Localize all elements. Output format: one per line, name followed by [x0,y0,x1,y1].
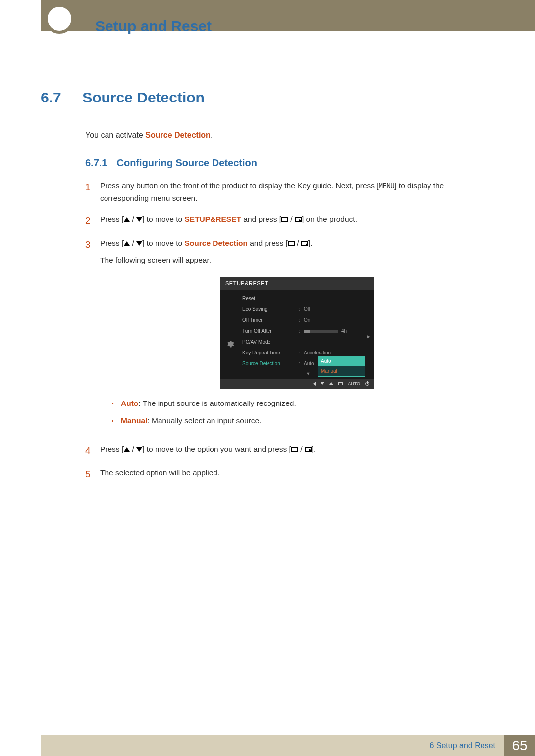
highlight-text: Source Detection [184,239,247,247]
step-note: The following screen will appear. [100,254,494,267]
osd-label: Key Repeat Time [242,349,297,357]
text: ]. [308,239,313,247]
enter-icon [338,382,343,385]
osd-popup: Auto Manual [318,356,365,377]
step-number: 5 [85,467,100,482]
step-body: Press [ / ] to move to Source Detection … [100,237,494,434]
osd-value: On [302,316,374,324]
source-icon [288,241,295,246]
section-title: Source Detection [82,89,205,105]
text: and press [ [241,215,281,223]
text: ] on the product. [302,215,357,223]
chapter-badge-icon [45,4,74,34]
page-number: 65 [504,735,535,756]
step-body: Press [ / ] to move to the option you wa… [100,443,494,458]
text: Press any button on the front of the pro… [100,181,379,190]
chevron-right-icon: ► [366,333,371,341]
page-footer: 6 Setup and Reset 65 [41,735,535,756]
osd-label: Source Detection [242,360,297,368]
up-arrow-icon [329,382,333,385]
enter-icon [301,241,308,246]
up-arrow-icon [124,241,130,246]
power-icon [365,382,369,386]
osd-screen: SETUP&RESET Reset Eco Saving:Off Off Tim… [220,277,374,389]
osd-row: Turn Off After:4h [242,326,374,337]
highlight-text: SETUP&RESET [184,215,241,223]
osd-title: SETUP&RESET [220,277,374,291]
step-number: 2 [85,213,100,228]
steps-list: 1 Press any button on the front of the p… [85,180,494,482]
section-heading: 6.7 Source Detection [41,89,494,106]
up-arrow-icon [124,217,130,222]
bullet-item: Manual: Manually select an input source. [112,415,494,427]
down-arrow-icon [321,382,324,385]
subsection-number: 6.7.1 [85,157,114,169]
osd-value: 4h [302,327,374,335]
footer-chapter: 6 Setup and Reset [41,735,504,756]
left-arrow-icon [313,382,316,386]
step-item: 4 Press [ / ] to move to the option you … [85,443,494,458]
osd-label: PC/AV Mode [242,338,297,346]
step-item: 5 The selected option will be applied. [85,467,494,482]
text: ] to move to [142,239,184,247]
highlight-text: Auto [121,399,138,407]
osd-label: Eco Saving [242,305,297,313]
text: You can activate [85,131,145,139]
page-content: 6.7 Source Detection You can activate So… [41,89,494,491]
osd-row: Off Timer:On [242,315,374,326]
text: : The input source is automatically reco… [138,399,296,407]
osd-label: Reset [242,295,297,302]
step-number: 1 [85,180,100,204]
text: Press [ [100,445,124,453]
text: ] to move to [142,215,184,223]
osd-sidebar [220,290,239,378]
source-icon [291,447,298,452]
text: and press [ [248,239,288,247]
up-arrow-icon [124,447,130,452]
subsection-heading: 6.7.1 Configuring Source Detection [85,157,494,169]
text: ]. [312,445,316,453]
auto-label: AUTO [348,380,360,387]
chapter-title: Setup and Reset [95,18,212,35]
step-body: The selected option will be applied. [100,467,494,482]
text: ] to move to the option you want and pre… [142,445,291,453]
text: Press [ [100,215,124,223]
section-intro: You can activate Source Detection. [85,131,494,140]
text: . [211,131,213,139]
highlight-text: Source Detection [145,131,211,139]
highlight-text: Manual [121,416,147,425]
bullet-item: Auto: The input source is automatically … [112,398,494,410]
osd-label: Turn Off After [242,327,297,335]
step-number: 3 [85,237,100,434]
menu-button-label: MENU [379,182,395,190]
gear-icon [225,340,234,349]
progress-bar-icon [304,330,338,333]
down-arrow-icon [136,241,142,246]
step-number: 4 [85,443,100,458]
enter-icon [295,217,302,222]
text: Press [ [100,239,124,247]
text: : Manually select an input source. [147,416,261,425]
osd-footer: AUTO [220,379,374,389]
step-body: Press [ / ] to move to SETUP&RESET and p… [100,213,494,228]
osd-row: PC/AV Mode [242,337,374,348]
osd-value: Off [302,305,374,313]
osd-row: Reset [242,293,374,304]
down-arrow-icon [136,217,142,222]
step-item: 2 Press [ / ] to move to SETUP&RESET and… [85,213,494,228]
subsection-title: Configuring Source Detection [117,157,257,168]
osd-row: Eco Saving:Off [242,304,374,315]
osd-label: Off Timer [242,316,297,324]
step-item: 3 Press [ / ] to move to Source Detectio… [85,237,494,434]
step-body: Press any button on the front of the pro… [100,180,494,204]
bullets-list: Auto: The input source is automatically … [112,398,494,427]
osd-bar-value: 4h [341,328,347,334]
enter-icon [305,447,312,452]
down-arrow-icon [136,447,142,452]
osd-popup-option-selected: Auto [318,356,365,366]
osd-popup-option: Manual [318,366,365,376]
source-icon [281,217,288,222]
section-number: 6.7 [41,89,80,106]
step-item: 1 Press any button on the front of the p… [85,180,494,204]
